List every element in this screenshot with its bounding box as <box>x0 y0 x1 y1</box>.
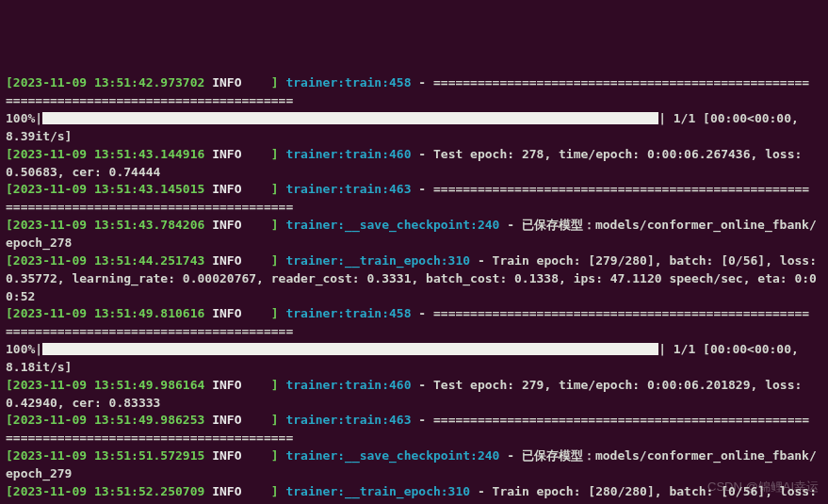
timestamp: 2023-11-09 13:51:49.810616 <box>13 306 205 320</box>
log-line: ======================================= <box>6 199 822 217</box>
separator: ======================================= <box>6 200 293 214</box>
progress-percent: 100%| <box>6 111 42 125</box>
timestamp: 2023-11-09 13:51:43.144916 <box>13 147 205 161</box>
separator: ======================================= <box>6 324 293 338</box>
log-line: ======================================= <box>6 92 822 110</box>
progress-bar <box>42 343 658 355</box>
bracket-open: [ <box>6 75 13 89</box>
separator: ======================================= <box>6 431 293 445</box>
log-line: [2023-11-09 13:51:52.250709 INFO ] train… <box>6 483 822 504</box>
log-line: ======================================= <box>6 323 822 341</box>
bracket-open: [ <box>6 484 13 498</box>
log-level: INFO <box>212 253 241 268</box>
bracket-close: ] <box>271 147 279 161</box>
bracket-close: ] <box>271 448 279 463</box>
timestamp: 2023-11-09 13:51:43.784206 <box>13 218 205 232</box>
log-level: INFO <box>212 306 241 320</box>
timestamp: 2023-11-09 13:51:49.986164 <box>13 378 205 392</box>
bracket-close: ] <box>271 253 279 268</box>
log-level: INFO <box>212 413 241 427</box>
log-line: 100%|| 1/1 [00:00<00:00, 8.18it/s] <box>6 341 822 377</box>
bracket-open: [ <box>6 253 13 268</box>
timestamp: 2023-11-09 13:51:42.973702 <box>13 75 205 89</box>
log-level: INFO <box>212 378 241 392</box>
log-line: ======================================= <box>6 430 822 447</box>
log-message: - ======================================… <box>412 413 810 427</box>
logger-name: trainer:__save_checkpoint:240 <box>285 218 499 232</box>
log-level: INFO <box>212 147 241 161</box>
timestamp: 2023-11-09 13:51:44.251743 <box>13 253 205 268</box>
progress-percent: 100%| <box>6 342 42 356</box>
bracket-close: ] <box>271 306 279 320</box>
bracket-close: ] <box>271 413 279 427</box>
logger-name: trainer:train:463 <box>285 413 411 427</box>
timestamp: 2023-11-09 13:51:52.250709 <box>13 484 205 498</box>
log-level: INFO <box>212 75 241 89</box>
log-line: [2023-11-09 13:51:43.144916 INFO ] train… <box>6 146 822 182</box>
separator: ======================================= <box>6 93 293 107</box>
log-level: INFO <box>212 218 241 232</box>
log-line: [2023-11-09 13:51:51.572915 INFO ] train… <box>6 447 822 483</box>
timestamp: 2023-11-09 13:51:51.572915 <box>13 448 205 463</box>
bracket-open: [ <box>6 306 13 320</box>
logger-name: trainer:train:458 <box>285 75 411 89</box>
log-message: - ======================================… <box>412 75 810 89</box>
log-line: [2023-11-09 13:51:44.251743 INFO ] train… <box>6 252 822 306</box>
log-line: [2023-11-09 13:51:43.784206 INFO ] train… <box>6 217 822 252</box>
bracket-close: ] <box>271 218 279 232</box>
bracket-open: [ <box>6 413 13 427</box>
bracket-close: ] <box>271 378 279 392</box>
log-message: - ======================================… <box>412 306 810 320</box>
log-line: [2023-11-09 13:51:49.986164 INFO ] train… <box>6 377 822 413</box>
bracket-open: [ <box>6 147 13 161</box>
bracket-close: ] <box>271 75 279 89</box>
bracket-open: [ <box>6 448 13 463</box>
logger-name: trainer:train:460 <box>285 378 411 392</box>
logger-name: trainer:__save_checkpoint:240 <box>285 448 499 463</box>
timestamp: 2023-11-09 13:51:49.986253 <box>13 413 205 427</box>
logger-name: trainer:train:458 <box>285 306 411 320</box>
logger-name: trainer:__train_epoch:310 <box>285 484 470 498</box>
log-line: [2023-11-09 13:51:42.973702 INFO ] train… <box>6 74 822 92</box>
log-level: INFO <box>212 182 241 196</box>
log-level: INFO <box>212 484 241 498</box>
log-message: - ======================================… <box>412 182 810 196</box>
log-line: [2023-11-09 13:51:43.145015 INFO ] train… <box>6 181 822 199</box>
log-line: [2023-11-09 13:51:49.810616 INFO ] train… <box>6 305 822 323</box>
logger-name: trainer:train:460 <box>285 147 411 161</box>
bracket-open: [ <box>6 182 13 196</box>
log-level: INFO <box>212 448 241 463</box>
logger-name: trainer:__train_epoch:310 <box>285 253 470 268</box>
logger-name: trainer:train:463 <box>285 182 411 196</box>
bracket-close: ] <box>271 484 279 498</box>
bracket-open: [ <box>6 378 13 392</box>
log-line: 100%|| 1/1 [00:00<00:00, 8.39it/s] <box>6 110 822 146</box>
bracket-open: [ <box>6 218 13 232</box>
timestamp: 2023-11-09 13:51:43.145015 <box>13 182 205 196</box>
progress-bar <box>42 112 658 124</box>
terminal-output: [2023-11-09 13:51:42.973702 INFO ] train… <box>6 74 822 504</box>
bracket-close: ] <box>271 182 279 196</box>
log-line: [2023-11-09 13:51:49.986253 INFO ] train… <box>6 412 822 430</box>
